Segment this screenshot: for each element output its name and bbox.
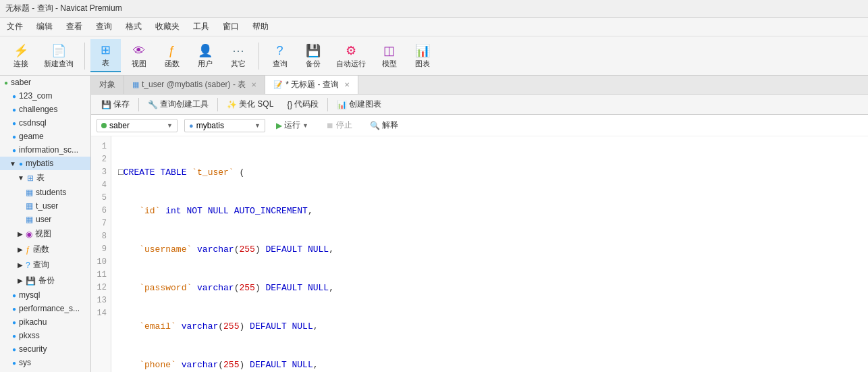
autorun-button[interactable]: ⚙ 自动运行 (331, 40, 371, 72)
menu-tools[interactable]: 工具 (186, 19, 216, 34)
sidebar-item-queries-folder[interactable]: ▶ ? 查询 (0, 257, 90, 273)
menu-file[interactable]: 文件 (0, 19, 30, 34)
model-icon: ◫ (380, 43, 399, 59)
run-button[interactable]: ▶ 运行 ▼ (269, 117, 315, 133)
code-line-5: `email` varchar(255) DEFAULT NULL, (118, 320, 861, 333)
save-label: 保存 (113, 99, 130, 110)
table-button[interactable]: ⊞ 表 (90, 39, 121, 72)
menu-format[interactable]: 格式 (119, 19, 148, 34)
table-icon: ⊞ (97, 42, 115, 58)
view-label: 视图 (132, 59, 146, 69)
chart-label: 图表 (415, 59, 430, 69)
stop-icon: ⏹ (326, 121, 334, 130)
db-dot-saber (101, 123, 107, 128)
other-button[interactable]: ⋯ 其它 (223, 40, 253, 72)
tab-query[interactable]: 📝 * 无标题 - 查询 ✕ (265, 76, 358, 94)
db-arrow-mybatis: ▼ (254, 122, 261, 129)
code-block-icon: {} (287, 100, 292, 109)
other-label: 其它 (231, 59, 246, 69)
beautify-button[interactable]: ✨ 美化 SQL (222, 97, 278, 112)
menu-view[interactable]: 查看 (59, 19, 89, 34)
query-button[interactable]: ? 查询 (265, 40, 295, 72)
menu-window[interactable]: 窗口 (216, 19, 246, 34)
menu-bar: 文件 编辑 查看 查询 格式 收藏夹 工具 窗口 帮助 (0, 18, 868, 36)
sidebar: ● saber ● 123_com ● challenges ● csdnsql… (0, 76, 91, 372)
sidebar-item-user[interactable]: ▦ user (0, 213, 90, 226)
sidebar-item-saber[interactable]: ● saber (0, 76, 90, 89)
user-label: 用户 (198, 59, 213, 69)
title-bar: 无标题 - 查询 - Navicat Premium (0, 0, 868, 18)
sidebar-item-information[interactable]: ● information_sc... (0, 143, 90, 157)
db-name-mybatis: mybatis (196, 121, 224, 130)
sidebar-item-backups-folder[interactable]: ▶ 💾 备份 (0, 273, 90, 288)
func-button[interactable]: ƒ 函数 (157, 40, 187, 72)
query-create-label: 查询创建工具 (160, 99, 209, 110)
sidebar-item-security[interactable]: ● security (0, 342, 90, 356)
autorun-label: 自动运行 (336, 59, 366, 69)
chart-button[interactable]: 📊 图表 (407, 40, 437, 72)
backup-button[interactable]: 💾 备份 (298, 40, 328, 72)
sidebar-item-pkxss[interactable]: ● pkxss (0, 329, 90, 342)
db-selector-saber[interactable]: saber ▼ (97, 119, 178, 132)
view-button[interactable]: 👁 视图 (124, 40, 154, 72)
sidebar-item-tuser[interactable]: ▦ t_user (0, 199, 90, 213)
autorun-icon: ⚙ (342, 43, 360, 59)
explain-button[interactable]: 🔍 解释 (363, 117, 405, 133)
beautify-label: 美化 SQL (239, 99, 273, 110)
code-line-3: `username` varchar(255) DEFAULT NULL, (118, 243, 861, 256)
main-layout: ● saber ● 123_com ● challenges ● csdnsql… (0, 76, 868, 372)
connect-button[interactable]: ⚡ 连接 (5, 40, 36, 72)
create-chart-button[interactable]: 📊 创建图表 (332, 97, 386, 112)
query-create-button[interactable]: 🔧 查询创建工具 (143, 97, 213, 112)
db-selector-row: saber ▼ ● mybatis ▼ ▶ 运行 ▼ ⏹ 停止 🔍 解释 (91, 115, 868, 136)
sidebar-item-mysql[interactable]: ● mysql (0, 288, 90, 302)
sidebar-item-sys[interactable]: ● sys (0, 356, 90, 369)
sidebar-item-performance[interactable]: ● performance_s... (0, 302, 90, 315)
new-query-button[interactable]: 📄 新建查询 (38, 40, 79, 72)
tab-object[interactable]: 对象 (91, 76, 124, 94)
user-button[interactable]: 👤 用户 (190, 40, 220, 72)
db-selector-mybatis[interactable]: ● mybatis ▼ (184, 119, 265, 132)
menu-favorites[interactable]: 收藏夹 (148, 19, 186, 34)
query-toolbar: 💾 保存 🔧 查询创建工具 ✨ 美化 SQL {} 代码段 📊 创建图表 (91, 95, 868, 115)
tab-query-label: * 无标题 - 查询 (286, 79, 339, 90)
code-content[interactable]: □CREATE TABLE `t_user` ( `id` int NOT NU… (111, 136, 868, 372)
menu-help[interactable]: 帮助 (246, 19, 275, 34)
code-line-6: `phone` varchar(255) DEFAULT NULL, (118, 358, 861, 371)
other-icon: ⋯ (229, 43, 248, 59)
run-label: 运行 (284, 119, 300, 131)
sidebar-item-geame[interactable]: ● geame (0, 130, 90, 143)
query-icon: ? (271, 43, 290, 59)
sidebar-item-123com[interactable]: ● 123_com (0, 89, 90, 103)
sidebar-item-views-folder[interactable]: ▶ ◉ 视图 (0, 226, 90, 242)
code-editor[interactable]: 12345 678910 11121314 □CREATE TABLE `t_u… (91, 136, 868, 372)
create-chart-label: 创建图表 (349, 99, 381, 110)
sidebar-item-csdnsql[interactable]: ● csdnsql (0, 116, 90, 130)
qtoolbar-divider-3 (327, 98, 328, 111)
content-area: 对象 ▦ t_user @mybatis (saber) - 表 ✕ 📝 * 无… (91, 76, 868, 372)
code-line-2: `id` int NOT NULL AUTO_INCREMENT, (118, 205, 861, 217)
create-chart-icon: 📊 (337, 100, 347, 109)
qtoolbar-divider-2 (217, 98, 218, 111)
query-create-icon: 🔧 (148, 100, 158, 109)
query-label: 查询 (273, 59, 288, 69)
model-button[interactable]: ◫ 模型 (374, 40, 404, 72)
db-arrow-saber: ▼ (167, 122, 173, 129)
save-button[interactable]: 💾 保存 (97, 97, 134, 112)
menu-edit[interactable]: 编辑 (30, 19, 59, 34)
sidebar-item-pikachu[interactable]: ● pikachu (0, 315, 90, 329)
menu-query[interactable]: 查询 (89, 19, 119, 34)
code-block-button[interactable]: {} 代码段 (282, 97, 323, 112)
tab-tuser[interactable]: ▦ t_user @mybatis (saber) - 表 ✕ (124, 76, 265, 94)
func-label: 函数 (165, 59, 180, 69)
view-icon: 👁 (130, 43, 148, 59)
func-icon: ƒ (163, 43, 182, 59)
sidebar-item-funcs-folder[interactable]: ▶ ƒ 函数 (0, 242, 90, 257)
connect-icon: ⚡ (11, 43, 30, 59)
sidebar-item-tables-folder[interactable]: ▼ ⊞ 表 (0, 170, 90, 186)
sidebar-item-mybatis[interactable]: ▼ ● mybatis (0, 157, 90, 170)
sidebar-item-challenges[interactable]: ● challenges (0, 103, 90, 116)
sidebar-item-students[interactable]: ▦ students (0, 186, 90, 199)
run-icon: ▶ (276, 121, 282, 130)
stop-button[interactable]: ⏹ 停止 (319, 117, 359, 133)
